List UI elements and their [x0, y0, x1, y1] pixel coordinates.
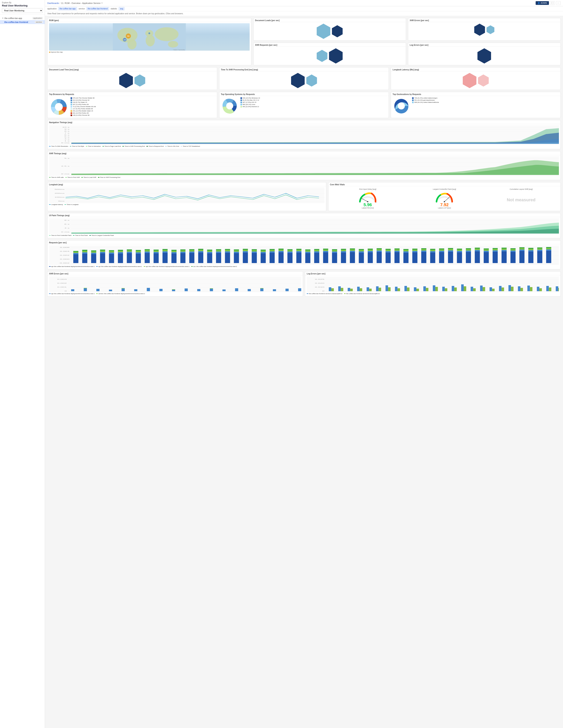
requests-legend-1: api::the-coffee-bar-frontend deployment/…	[49, 266, 95, 267]
requests-label-1: api::the-coffee-bar-frontend deployment/…	[51, 266, 95, 267]
cls-item: Cumulative Layout Shift [avg] Not measur…	[483, 187, 559, 210]
svg-rect-231	[412, 252, 417, 263]
settings-button[interactable]: ⋯	[556, 1, 561, 5]
svg-rect-220	[385, 251, 391, 253]
doc-loads-title: Document Loads [per sec]	[254, 18, 406, 22]
xhr-errors-panel: XHR Errors [per sec]	[408, 18, 561, 41]
nav-legend-5: Time to XHR Processing End	[122, 145, 145, 147]
svg-rect-324	[260, 288, 263, 291]
svg-rect-110	[136, 250, 141, 251]
svg-rect-137	[198, 250, 203, 251]
svg-text:0ms: 0ms	[58, 201, 65, 202]
map-background: 382 116 © MapBox © OpenStreetMap	[49, 23, 250, 51]
filter-service-value[interactable]: the-coffee-bar-frontend	[86, 7, 109, 10]
svg-rect-145	[216, 250, 221, 252]
requests-legend: api::the-coffee-bar-frontend deployment/…	[49, 265, 559, 268]
log-errors-hex-1	[477, 48, 491, 64]
edit-icon[interactable]: ✏	[101, 2, 103, 4]
os-pie-chart	[221, 97, 238, 115]
svg-rect-180	[296, 251, 301, 253]
svg-rect-358	[423, 286, 426, 291]
requests-title: Requests [per sec]	[48, 240, 560, 244]
svg-rect-169	[270, 250, 275, 251]
filter-statistic-value[interactable]: avg	[119, 7, 125, 10]
nav-color-2	[70, 146, 71, 147]
log-errors-legend: the-coffee-bar-frontend service/1/Javasc…	[307, 292, 559, 295]
svg-rect-386	[556, 286, 558, 291]
svg-rect-203	[350, 252, 355, 263]
svg-rect-154	[234, 249, 239, 251]
os-pie-area: 436 (19.3%) Windows 10 54 (5.2%) Mac OS …	[221, 97, 387, 115]
svg-rect-381	[530, 287, 533, 291]
breadcrumb-dashboards[interactable]: Dashboards	[47, 2, 59, 4]
sidebar-dropdown[interactable]: Real User Monitoring	[2, 8, 43, 13]
svg-rect-292	[546, 249, 551, 251]
svg-rect-310	[122, 288, 125, 291]
svg-rect-288	[537, 250, 542, 251]
requests-color-3	[144, 266, 145, 267]
sidebar-item-service-label: the-coffee-bar-frontend	[4, 21, 28, 23]
svg-rect-234	[412, 249, 417, 250]
svg-point-18	[398, 102, 405, 109]
svg-rect-182	[296, 249, 301, 250]
svg-rect-263	[484, 252, 489, 263]
svg-rect-83	[82, 254, 87, 263]
geo-label-1: 708 (31.4%) united states/oregon	[414, 97, 437, 99]
xhr-requests-title: XHR Requests [per sec]	[254, 43, 406, 47]
top-browsers-title: Top Browsers by Requests	[48, 92, 217, 96]
svg-rect-232	[412, 251, 417, 252]
svg-rect-240	[430, 251, 435, 253]
svg-rect-369	[473, 288, 476, 291]
requests-panel: Requests [per sec]	[47, 240, 561, 269]
svg-rect-132	[189, 252, 194, 253]
lcp-gauge-svg: 0 10	[435, 191, 454, 203]
browser-legend-1: 376 (16.7%) Chrome Mobile 98	[71, 97, 96, 99]
svg-rect-291	[546, 251, 551, 263]
browser-legend-3: 218 (9.7%) Safari 15	[71, 101, 96, 103]
svg-rect-164	[261, 252, 266, 253]
admin-button[interactable]: 👤 ADMIN	[536, 1, 549, 5]
svg-rect-338	[329, 287, 331, 291]
svg-rect-170	[270, 249, 275, 250]
svg-rect-206	[350, 248, 355, 250]
os-label-5: 493 (21.8%) Android 12	[243, 106, 259, 107]
svg-rect-287	[537, 251, 542, 263]
sidebar-item-service[interactable]: the-coffee-bar-frontend service	[0, 20, 45, 24]
svg-rect-221	[385, 250, 391, 251]
os-label-2: 54 (5.2%) Mac OS X 12	[243, 99, 259, 101]
row-errors: XHR Errors [per sec]	[47, 271, 561, 296]
svg-rect-211	[368, 252, 373, 263]
svg-rect-174	[279, 249, 284, 250]
xhr-errors-chart-title: XHR Errors [per sec]	[48, 271, 303, 275]
longtask-hex-1	[463, 73, 476, 88]
svg-rect-102	[118, 250, 123, 251]
row-nav-timings: Navigation Timings (avg)	[47, 120, 561, 149]
log-errors-hexagons	[408, 47, 560, 65]
sidebar-item-app[interactable]: ▼ the-coffee-bar-app application	[0, 16, 45, 20]
top-browsers-content: 376 (16.7%) Chrome Mobile 98 313 (13.9%)…	[48, 96, 217, 118]
nav-color-3	[86, 146, 87, 147]
xhr-timings-title: XHR Timings (avg)	[48, 151, 560, 155]
filter-application-value[interactable]: the-coffee-bar-app	[58, 7, 77, 10]
svg-rect-377	[511, 287, 514, 291]
zoom-button[interactable]: ⛶	[550, 1, 555, 5]
browser-color-1	[71, 97, 72, 99]
svg-rect-248	[448, 250, 453, 252]
svg-text:0.025: 0.025	[315, 279, 324, 280]
svg-rect-230	[403, 249, 409, 250]
svg-rect-136	[198, 251, 203, 253]
svg-rect-101	[118, 251, 123, 252]
svg-rect-364	[452, 286, 454, 291]
svg-rect-268	[493, 250, 498, 252]
top-geo-content: 708 (31.4%) united states/oregon 551 (24…	[391, 96, 560, 116]
svg-rect-378	[518, 286, 520, 291]
browser-legend-6: 117 (5.2%) Firefox Mobile 96	[71, 108, 96, 110]
svg-rect-47	[49, 187, 325, 203]
svg-rect-161	[252, 250, 257, 252]
log-errors-title: Log Errors [per sec]	[408, 43, 560, 47]
svg-rect-197	[332, 250, 337, 252]
os-legend-3: 397 (17.6%) iOS 15	[240, 101, 260, 103]
svg-rect-122	[162, 249, 168, 250]
svg-rect-193	[323, 250, 328, 251]
svg-rect-179	[296, 253, 301, 263]
